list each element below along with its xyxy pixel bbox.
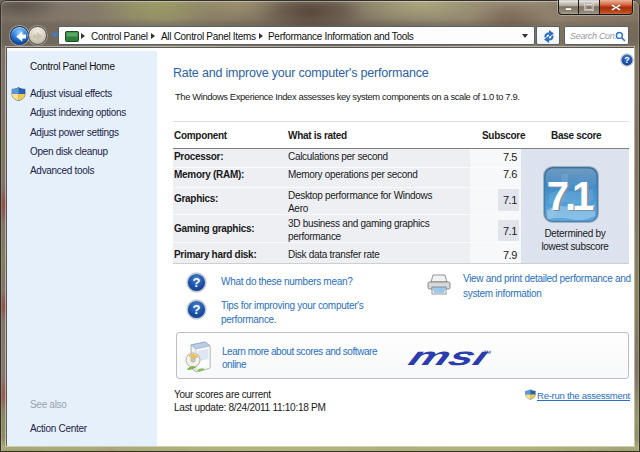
svg-text:7.1: 7.1: [547, 174, 594, 218]
svg-text:?: ?: [193, 302, 201, 317]
svg-text:?: ?: [624, 55, 629, 65]
svg-text:?: ?: [193, 275, 201, 290]
